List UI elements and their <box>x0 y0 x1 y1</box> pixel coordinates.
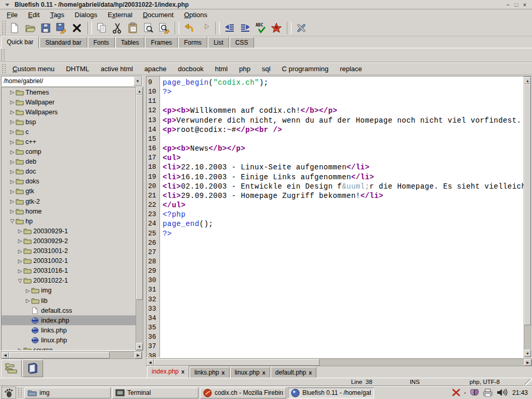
tab-fonts[interactable]: Fonts <box>88 37 115 48</box>
task-button-bluefish[interactable]: Bluefish 0.11 - /home/gabriel/d <box>288 388 374 398</box>
tree-item-lib[interactable]: ▷lib <box>2 296 136 305</box>
custom-menu-html[interactable]: html <box>209 63 234 74</box>
expander-closed-icon[interactable]: ▷ <box>17 258 23 264</box>
editor-vscrollbar[interactable]: ▲ ▼ <box>524 76 531 357</box>
minimize-button[interactable]: – <box>504 1 512 8</box>
tree-item-c[interactable]: ▷c <box>2 127 136 137</box>
expander-closed-icon[interactable]: ▷ <box>9 129 16 135</box>
expander-closed-icon[interactable]: ▷ <box>9 99 16 105</box>
expander-closed-icon[interactable]: ▷ <box>9 179 16 184</box>
expander-closed-icon[interactable]: ▷ <box>9 119 16 125</box>
tree-item-20030929-1[interactable]: ▷20030929-1 <box>2 226 136 236</box>
tree-item-bsp[interactable]: ▷bsp <box>2 117 136 127</box>
find-replace-button[interactable] <box>156 21 172 35</box>
custom-menu-php[interactable]: php <box>233 63 256 74</box>
maximize-button[interactable]: □ <box>512 1 521 8</box>
tree-item-deb[interactable]: ▷deb <box>2 157 136 167</box>
menu-options[interactable]: Options <box>179 10 212 20</box>
scroll-left-arrow[interactable]: ◀ <box>2 352 9 358</box>
tree-item-index.php[interactable]: index.php <box>2 315 136 325</box>
doc-tab-close-icon[interactable]: x <box>262 369 265 376</box>
expander-closed-icon[interactable]: ▷ <box>17 238 23 244</box>
expander-closed-icon[interactable]: ▷ <box>9 169 16 175</box>
task-button-terminal[interactable]: Terminal <box>112 388 198 398</box>
expander-closed-icon[interactable]: ▷ <box>9 149 16 155</box>
scroll-right-arrow[interactable]: ▶ <box>524 359 531 366</box>
tree-item-wallpaper[interactable]: ▷Wallpaper <box>2 97 136 107</box>
custom-menubar-drag-handle[interactable] <box>2 64 6 73</box>
menu-edit[interactable]: Edit <box>23 10 44 20</box>
tree-item-20031002-1[interactable]: ▷20031002-1 <box>2 256 136 266</box>
custom-menu-sql[interactable]: sql <box>256 63 276 74</box>
tab-list[interactable]: List <box>208 37 229 48</box>
scroll-thumb[interactable] <box>9 352 110 358</box>
expander-closed-icon[interactable]: ▷ <box>9 189 16 194</box>
paste-button[interactable] <box>125 21 141 35</box>
combo-dropdown-arrow[interactable]: ▼ <box>134 76 142 86</box>
file-tree[interactable]: ▷Themes▷Wallpaper▷Wallpapers▷bsp▷c▷c++▷c… <box>1 87 136 351</box>
expander-closed-icon[interactable]: ▷ <box>9 109 16 115</box>
directory-combo[interactable]: /home/gabriel/ ▼ <box>1 76 142 86</box>
tray-app-tray-button[interactable] <box>469 387 480 399</box>
doc-tab-index.php[interactable]: index.phpx <box>147 366 189 378</box>
custom-menu-c-programming[interactable]: C programming <box>276 63 335 74</box>
menu-document[interactable]: Document <box>138 10 178 20</box>
tab-forms[interactable]: Forms <box>178 37 207 48</box>
tree-item-default.css[interactable]: default.css <box>2 305 136 315</box>
redo-button[interactable] <box>197 21 212 35</box>
expander-open-icon[interactable]: ▽ <box>9 218 16 224</box>
scroll-right-arrow[interactable]: ▶ <box>135 352 142 358</box>
file-tree-hscrollbar[interactable]: ◀ ▶ <box>1 351 142 359</box>
open-file-button[interactable] <box>22 21 38 35</box>
task-button-img[interactable]: img <box>24 388 111 398</box>
doc-tab-close-icon[interactable]: x <box>222 369 225 376</box>
tab-css[interactable]: CSS <box>230 37 254 48</box>
undo-button[interactable] <box>181 21 197 35</box>
tree-item-comp[interactable]: ▷comp <box>2 147 136 157</box>
custom-menu-apache[interactable]: apache <box>139 63 172 74</box>
scroll-down-arrow[interactable]: ▼ <box>524 350 531 357</box>
tree-item-doks[interactable]: ▷doks <box>2 177 136 187</box>
speaker-tray-button[interactable] <box>496 388 508 398</box>
tray-close-tray-button[interactable] <box>451 388 461 398</box>
doc-tab-linux.php[interactable]: linux.phpx <box>230 367 270 378</box>
expander-closed-icon[interactable]: ▷ <box>17 268 23 274</box>
scroll-left-arrow[interactable]: ◀ <box>147 359 154 366</box>
scroll-down-arrow[interactable]: ▼ <box>136 343 143 350</box>
scroll-up-arrow[interactable]: ▲ <box>136 87 143 95</box>
tree-item-20030929-2[interactable]: ▷20030929-2 <box>2 236 136 246</box>
tree-item-20031016-1[interactable]: ▷20031016-1 <box>2 266 136 276</box>
scroll-up-arrow[interactable]: ▲ <box>524 77 531 84</box>
doc-tab-close-icon[interactable]: x <box>181 368 184 375</box>
menu-dialogs[interactable]: Dialogs <box>70 10 102 20</box>
menu-tags[interactable]: Tags <box>45 10 69 20</box>
custom-menu-active-html[interactable]: active html <box>95 63 139 74</box>
close-button[interactable]: × <box>521 1 529 8</box>
tab-file-browser[interactable] <box>1 360 22 377</box>
editor-hscrollbar[interactable]: ◀ ▶ <box>146 358 532 366</box>
tab-standard-bar[interactable]: Standard bar <box>39 37 87 48</box>
close-doc-button[interactable] <box>69 21 85 35</box>
expander-closed-icon[interactable]: ▷ <box>9 159 16 165</box>
scroll-thumb[interactable] <box>524 84 531 325</box>
doc-tab-close-icon[interactable]: x <box>309 369 312 376</box>
save-button[interactable] <box>38 21 54 35</box>
quickstart-button[interactable] <box>269 21 284 35</box>
scroll-thumb[interactable] <box>136 95 143 300</box>
tree-item-links.php[interactable]: links.php <box>2 325 136 335</box>
printer-tray-button[interactable] <box>483 388 493 398</box>
new-file-button[interactable] <box>7 21 22 35</box>
tree-item-linux.php[interactable]: linux.php <box>2 335 136 345</box>
tab-tables[interactable]: Tables <box>115 37 145 48</box>
save-as-button[interactable] <box>54 21 69 35</box>
tree-item-20031022-1[interactable]: ▽20031022-1 <box>2 276 136 286</box>
tasklist-drag-handle[interactable] <box>18 388 22 397</box>
tree-item-hp[interactable]: ▽hp <box>2 216 136 226</box>
menu-external[interactable]: External <box>103 10 137 20</box>
expander-open-icon[interactable]: ▽ <box>17 278 23 284</box>
tree-item-gtk[interactable]: ▷gtk <box>2 187 136 196</box>
find-button[interactable] <box>141 21 156 35</box>
expander-closed-icon[interactable]: ▷ <box>17 248 23 254</box>
tab-frames[interactable]: Frames <box>145 37 178 48</box>
resize-grip[interactable] <box>525 379 532 385</box>
